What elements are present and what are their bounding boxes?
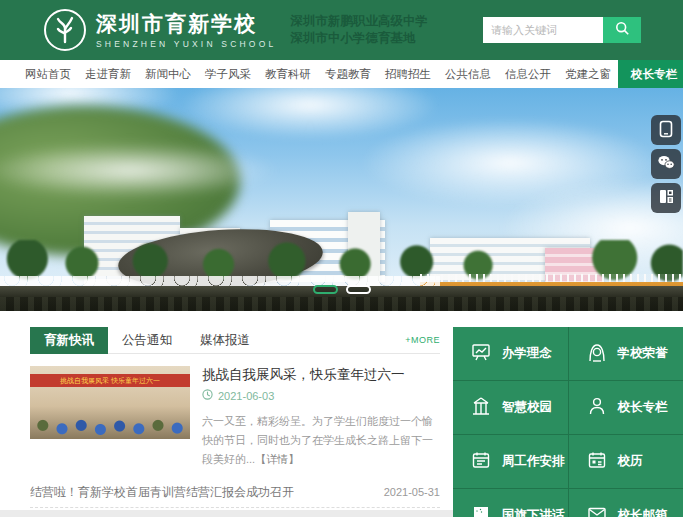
nav-item-about[interactable]: 走进育新 (78, 67, 138, 82)
school-subtitles: 深圳市新鹏职业高级中学 深圳市中小学德育基地 (290, 13, 428, 47)
clock-icon (202, 389, 213, 402)
banner-lake-reflection (0, 297, 683, 311)
quick-link-label: 校历 (618, 453, 643, 470)
week-schedule-icon (470, 449, 492, 474)
header: 深圳市育新学校 SHENZHEN YUXIN SCHOOL 深圳市新鹏职业高级中… (0, 0, 683, 60)
banner-building (180, 228, 240, 286)
main-nav: 网站首页 走进育新 新闻中心 学子风采 教育科研 专题教育 招聘招生 公共信息 … (0, 60, 683, 88)
principal-mail-icon (586, 503, 608, 517)
mobile-site-button[interactable] (651, 115, 681, 145)
carousel-dot-2[interactable] (346, 285, 371, 294)
school-name-en: SHENZHEN YUXIN SCHOOL (96, 39, 276, 49)
search-icon (615, 21, 630, 39)
featured-summary-text: 六一又至，精彩纷呈。为了学生们能度过一个愉快的节日，同时也为了在学生成长之路上留… (202, 415, 433, 465)
phone-icon (659, 120, 673, 141)
quick-link-label: 校长专栏 (618, 399, 668, 416)
featured-text: 挑战自我展风采，快乐童年过六一 2021-06-03 六一又至，精彩纷呈。为了学… (202, 366, 440, 469)
hero-carousel (0, 88, 683, 311)
detail-link[interactable]: 【详情】 (255, 453, 299, 465)
banner-hill (0, 106, 240, 256)
quick-link-principal-column[interactable]: 校长专栏 (569, 381, 683, 434)
search-input[interactable] (483, 17, 603, 43)
nav-item-principal-column[interactable]: 校长专栏 (618, 60, 683, 88)
banner-cloud (0, 88, 180, 123)
quick-link-week-schedule[interactable]: 周工作安排 (453, 435, 568, 488)
principal-icon (586, 395, 608, 420)
quick-link-label: 办学理念 (502, 345, 552, 362)
more-link[interactable]: +MORE (405, 335, 440, 345)
thumbnail-people (30, 405, 190, 439)
carousel-dot-1[interactable] (313, 285, 338, 294)
qrcode-button[interactable] (651, 183, 681, 213)
banner-trees (0, 240, 683, 282)
next-section-strip (0, 510, 453, 517)
featured-date-row: 2021-06-03 (202, 389, 440, 402)
quick-link-label: 周工作安排 (502, 453, 565, 470)
news-item-date: 2021-05-31 (384, 486, 440, 498)
qrcode-icon (659, 189, 674, 207)
banner-cloud (180, 88, 440, 140)
banner-building (545, 248, 603, 292)
quick-link-smart-campus[interactable]: 智慧校园 (453, 381, 568, 434)
banner-stadium-roof (116, 223, 325, 295)
quick-links-section: 办学理念 学校荣誉 (453, 327, 683, 517)
flag-speech-icon (470, 503, 492, 517)
nav-item-home[interactable]: 网站首页 (18, 67, 78, 82)
quick-link-principal-mail[interactable]: 校长邮箱 (569, 489, 683, 517)
quick-link-label: 校长邮箱 (618, 507, 668, 517)
news-list-item[interactable]: 结营啦！育新学校首届青训营结营汇报会成功召开 2021-05-31 (30, 477, 440, 508)
nav-item-info-disclosure[interactable]: 信息公开 (498, 67, 558, 82)
nav-item-research[interactable]: 教育科研 (258, 67, 318, 82)
quick-link-school-calendar[interactable]: 校历 (569, 435, 683, 488)
banner-cloud (360, 118, 660, 208)
quick-links-grid: 办学理念 学校荣誉 (453, 327, 683, 517)
banner-fence (420, 274, 683, 283)
tab-media-reports[interactable]: 媒体报道 (186, 327, 264, 354)
school-calendar-icon (586, 449, 608, 474)
side-toolbar (651, 115, 681, 213)
banner-building (430, 238, 590, 288)
school-name: 深圳市育新学校 (96, 12, 276, 36)
quick-link-philosophy[interactable]: 办学理念 (453, 327, 568, 380)
nav-item-party[interactable]: 党建之窗 (558, 67, 618, 82)
search-box (483, 17, 641, 43)
nav-item-recruit[interactable]: 招聘招生 (378, 67, 438, 82)
quick-link-flag-speech[interactable]: 国旗下讲话 (453, 489, 568, 517)
nav-item-public-info[interactable]: 公共信息 (438, 67, 498, 82)
featured-article: 挑战自我展风采 快乐童年过六一 挑战自我展风采，快乐童年过六一 2021-06-… (30, 366, 440, 469)
banner-building (348, 212, 380, 286)
banner-bushes (0, 276, 440, 288)
page: 深圳市育新学校 SHENZHEN YUXIN SCHOOL 深圳市新鹏职业高级中… (0, 0, 683, 517)
nav-item-special-edu[interactable]: 专题教育 (318, 67, 378, 82)
news-section: 育新快讯 公告通知 媒体报道 +MORE 挑战自我展风采 快乐童年过六一 挑战自… (30, 327, 440, 517)
nav-item-news[interactable]: 新闻中心 (138, 67, 198, 82)
wechat-button[interactable] (651, 149, 681, 179)
banner-building (84, 216, 180, 288)
content-area: 育新快讯 公告通知 媒体报道 +MORE 挑战自我展风采 快乐童年过六一 挑战自… (0, 311, 683, 517)
honor-icon (586, 341, 608, 366)
subtitle-line1: 深圳市新鹏职业高级中学 (290, 13, 428, 30)
carousel-dots (313, 285, 371, 294)
banner-mist (0, 143, 280, 198)
quick-link-honors[interactable]: 学校荣誉 (569, 327, 683, 380)
quick-link-label: 国旗下讲话 (502, 507, 565, 517)
wechat-icon (657, 155, 675, 173)
news-item-title: 结营啦！育新学校首届青训营结营汇报会成功召开 (30, 484, 294, 501)
search-button[interactable] (603, 17, 641, 43)
quick-link-label: 学校荣誉 (618, 345, 668, 362)
nav-item-students[interactable]: 学子风采 (198, 67, 258, 82)
news-tabs: 育新快讯 公告通知 媒体报道 +MORE (30, 327, 440, 354)
banner-sky (0, 88, 683, 311)
tab-yuxin-news[interactable]: 育新快讯 (30, 327, 108, 354)
banner-walkway (420, 282, 683, 298)
featured-date: 2021-06-03 (218, 390, 274, 402)
banner-building (270, 220, 385, 286)
quick-link-label: 智慧校园 (502, 399, 552, 416)
featured-thumbnail[interactable]: 挑战自我展风采 快乐童年过六一 (30, 366, 190, 439)
featured-title[interactable]: 挑战自我展风采，快乐童年过六一 (202, 366, 440, 384)
tab-announcements[interactable]: 公告通知 (108, 327, 186, 354)
school-logo-icon (44, 9, 86, 51)
featured-summary: 六一又至，精彩纷呈。为了学生们能度过一个愉快的节日，同时也为了在学生成长之路上留… (202, 412, 440, 469)
philosophy-icon (470, 341, 492, 366)
campus-icon (470, 395, 492, 420)
